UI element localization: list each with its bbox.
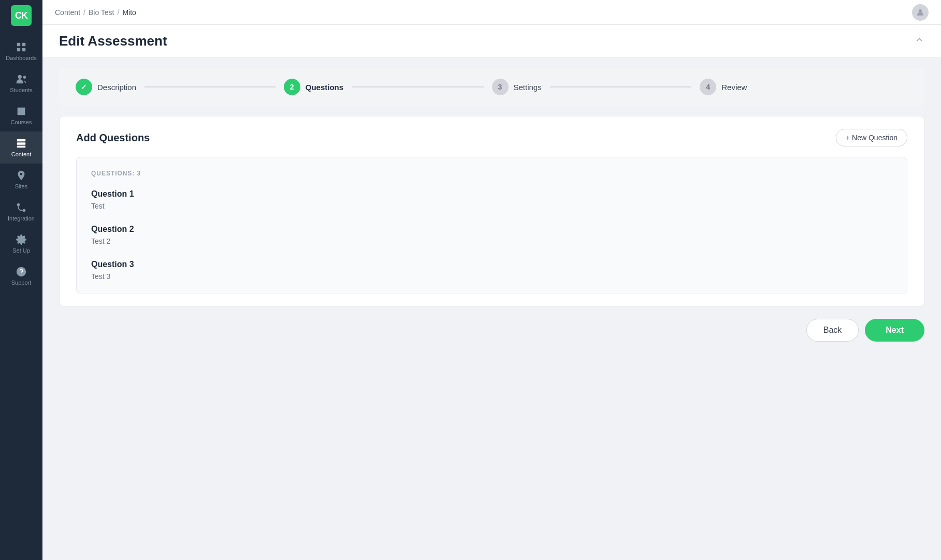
sidebar-item-dashboards[interactable]: Dashboards xyxy=(0,35,42,67)
sidebar-item-setup[interactable]: Set Up xyxy=(0,228,42,260)
svg-point-10 xyxy=(23,209,26,212)
svg-point-5 xyxy=(23,76,26,79)
book-icon xyxy=(16,106,27,117)
svg-rect-1 xyxy=(22,43,25,46)
step-description: ✓ Description xyxy=(76,79,284,95)
question-item: Question 2 Test 2 xyxy=(91,225,892,245)
questions-card: QUESTIONS: 3 Question 1 Test Question 2 … xyxy=(76,157,907,293)
page-title: Edit Assessment xyxy=(59,33,167,49)
step-circle-questions: 2 xyxy=(284,79,300,95)
sidebar: CK Dashboards Students Courses Content S… xyxy=(0,0,42,560)
new-question-button[interactable]: + New Question xyxy=(836,129,907,146)
add-questions-header: Add Questions + New Question xyxy=(76,129,907,146)
step-circle-description: ✓ xyxy=(76,79,92,95)
layers-icon xyxy=(16,138,27,149)
step-circle-settings: 3 xyxy=(492,79,509,95)
gear-icon xyxy=(16,234,27,245)
svg-rect-7 xyxy=(17,142,26,145)
page-content: Edit Assessment ✓ Description xyxy=(42,25,941,560)
sidebar-item-support[interactable]: Support xyxy=(0,260,42,292)
step-circle-review: 4 xyxy=(700,79,716,95)
footer-buttons: Back Next xyxy=(59,319,924,352)
question-text: Test xyxy=(91,202,892,210)
back-button[interactable]: Back xyxy=(806,319,859,342)
step-review: 4 Review xyxy=(700,79,908,95)
topbar: Content / Bio Test / Mito xyxy=(42,0,941,25)
steps-container: ✓ Description 2 Questions xyxy=(59,68,924,106)
svg-rect-0 xyxy=(17,43,20,46)
step-line-2 xyxy=(352,86,483,87)
main-content: Content / Bio Test / Mito Edit Assessmen… xyxy=(42,0,941,560)
step-label-settings: Settings xyxy=(514,83,542,92)
step-line-3 xyxy=(550,86,692,87)
svg-point-9 xyxy=(17,203,20,207)
questions-count: QUESTIONS: 3 xyxy=(91,170,892,177)
integration-icon xyxy=(16,202,27,213)
question-name: Question 3 xyxy=(91,260,892,269)
step-label-questions: Questions xyxy=(306,83,343,92)
avatar[interactable] xyxy=(912,4,929,21)
question-text: Test 2 xyxy=(91,237,892,245)
chevron-up-icon xyxy=(914,35,924,45)
question-text: Test 3 xyxy=(91,272,892,281)
question-name: Question 1 xyxy=(91,189,892,199)
step-questions: 2 Questions xyxy=(284,79,492,95)
sidebar-item-integration[interactable]: Integration xyxy=(0,196,42,228)
logo-mark: CK xyxy=(11,5,32,26)
svg-point-12 xyxy=(21,274,22,274)
svg-point-13 xyxy=(919,9,922,12)
grid-icon xyxy=(16,41,27,53)
svg-rect-6 xyxy=(17,139,26,142)
user-icon xyxy=(916,8,925,17)
sidebar-item-courses[interactable]: Courses xyxy=(0,99,42,131)
collapse-button[interactable] xyxy=(914,35,924,48)
add-questions-title: Add Questions xyxy=(76,132,150,144)
sidebar-item-sites[interactable]: Sites xyxy=(0,164,42,196)
question-item: Question 3 Test 3 xyxy=(91,260,892,281)
question-item: Question 1 Test xyxy=(91,189,892,210)
svg-point-4 xyxy=(18,75,22,79)
svg-rect-3 xyxy=(22,48,25,51)
svg-rect-2 xyxy=(17,48,20,51)
next-button[interactable]: Next xyxy=(865,319,924,342)
add-questions-section: Add Questions + New Question QUESTIONS: … xyxy=(59,116,924,306)
step-line-1 xyxy=(144,86,276,87)
question-icon xyxy=(16,266,27,277)
step-label-review: Review xyxy=(721,83,747,92)
question-name: Question 2 xyxy=(91,225,892,234)
pin-icon xyxy=(16,170,27,181)
breadcrumb: Content / Bio Test / Mito xyxy=(55,8,136,17)
step-settings: 3 Settings xyxy=(492,79,700,95)
sidebar-logo: CK xyxy=(0,0,42,31)
sidebar-item-students[interactable]: Students xyxy=(0,67,42,99)
users-icon xyxy=(16,73,27,85)
svg-rect-8 xyxy=(17,146,26,148)
sidebar-item-content[interactable]: Content xyxy=(0,131,42,164)
step-label-description: Description xyxy=(97,83,136,92)
edit-assessment-header: Edit Assessment xyxy=(42,25,941,58)
